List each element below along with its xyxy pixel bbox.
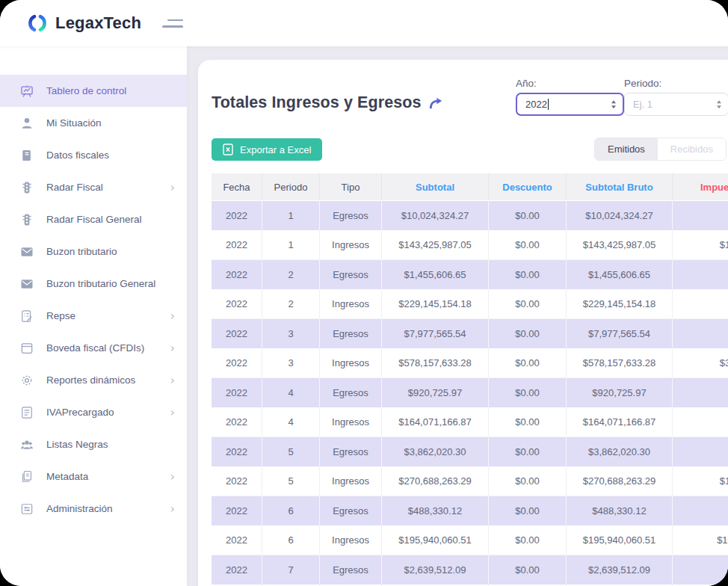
book-icon [19, 148, 34, 163]
cell-subtotal_bruto: $920,725.97 [567, 378, 673, 407]
cell-fecha: 2022 [212, 378, 262, 407]
cell-subtotal: $10,024,324.27 [382, 201, 489, 230]
cell-subtotal: $488,330.12 [382, 496, 489, 525]
cell-tipo: Egresos [320, 496, 382, 525]
envelope-icon [19, 244, 34, 259]
cell-fecha: 2022 [212, 525, 262, 555]
brand: LegaxTech [27, 13, 141, 34]
period-label: Periodo: [624, 78, 728, 89]
sidebar-item-label: Reportes dinámicos [46, 374, 135, 386]
cell-tipo: Egresos [320, 319, 382, 348]
cell-impuestos [673, 260, 728, 289]
period-input[interactable]: Ej. 1 [624, 93, 728, 116]
sidebar-item-buzon-tributario-general[interactable]: Buzon tributario General [0, 268, 187, 300]
column-header-fecha: Fecha [212, 173, 262, 200]
sidebar-item-listas-negras[interactable]: Listas Negras [0, 428, 187, 460]
table-row: 20223Egresos$7,977,565.54$0.00$7,977,565… [212, 319, 728, 348]
sidebar-item-radar-fiscal[interactable]: Radar Fiscal› [0, 171, 187, 203]
cell-descuento: $0.00 [489, 348, 567, 377]
cell-tipo: Egresos [320, 555, 382, 585]
sidebar-item-buzon-tributario[interactable]: Buzon tributario [0, 235, 187, 268]
sidebar-item-reportes-din-micos[interactable]: Reportes dinámicos› [0, 364, 187, 396]
sidebar-item-radar-fiscal-general[interactable]: Radar Fiscal General [0, 203, 187, 235]
year-input[interactable]: 2022 [516, 93, 624, 116]
toggle-recibidos[interactable]: Recibidos [658, 138, 726, 160]
sidebar-item-datos-fiscales[interactable]: Datos fiscales [0, 139, 187, 171]
cell-periodo: 2 [262, 260, 320, 289]
column-header-tipo: Tipo [320, 173, 382, 200]
sidebar-item-administraci-n[interactable]: Administración› [0, 493, 187, 525]
column-header-subtotal: Subtotal [382, 173, 489, 200]
cell-periodo: 1 [262, 201, 320, 230]
cell-tipo: Egresos [320, 437, 382, 466]
cell-impuestos: $1 [673, 230, 728, 259]
sidebar-item-tablero-de-control[interactable]: Tablero de control [0, 75, 187, 107]
table-row: 20224Egresos$920,725.97$0.00$920,725.97 [212, 378, 728, 407]
sidebar-item-repse[interactable]: Repse› [0, 300, 187, 332]
column-header-descuento: Descuento [489, 173, 567, 200]
cell-fecha: 2022 [212, 555, 262, 585]
cell-periodo: 6 [262, 525, 320, 555]
table-row: 20223Ingresos$578,157,633.28$0.00$578,15… [212, 348, 728, 378]
cell-fecha: 2022 [212, 319, 262, 348]
gear-icon [19, 373, 34, 388]
cell-subtotal_bruto: $2,639,512.09 [567, 555, 673, 585]
toggle-emitidos[interactable]: Emitidos [595, 138, 658, 160]
app-window: LegaxTech Tablero de controlMi Situación… [0, 0, 728, 586]
cell-descuento: $0.00 [489, 260, 567, 289]
table-row: 20225Egresos$3,862,020.30$0.00$3,862,020… [212, 437, 728, 466]
brand-name: LegaxTech [55, 13, 141, 33]
cell-descuento: $0.00 [489, 289, 567, 318]
cell-periodo: 6 [262, 496, 320, 525]
cell-subtotal_bruto: $7,977,565.54 [567, 319, 673, 348]
table-row: 20226Egresos$488,330.12$0.00$488,330.12 [212, 496, 728, 525]
sidebar-item-mi-situaci-n[interactable]: Mi Situación [0, 107, 187, 139]
cell-fecha: 2022 [212, 230, 262, 259]
cell-tipo: Ingresos [320, 407, 382, 437]
table-row: 20226Ingresos$195,940,060.51$0.00$195,94… [212, 525, 728, 555]
year-spinner[interactable] [611, 100, 616, 109]
cell-periodo: 3 [262, 319, 320, 348]
cell-tipo: Egresos [320, 378, 382, 407]
cell-impuestos: $10 [673, 525, 728, 555]
sliders-icon [19, 502, 34, 516]
year-filter: Año: 2022 [516, 78, 624, 116]
cell-subtotal: $270,688,263.29 [382, 466, 489, 496]
cell-descuento: $0.00 [489, 496, 567, 525]
sidebar-item-ivaprecargado[interactable]: IVAPrecargado› [0, 396, 187, 428]
page-title-text: Totales Ingresos y Egresos [212, 93, 422, 112]
cell-descuento: $0.00 [489, 525, 567, 555]
cell-fecha: 2022 [212, 437, 262, 466]
cell-subtotal_bruto: $229,145,154.18 [567, 289, 673, 318]
cell-periodo: 3 [262, 348, 320, 377]
cell-tipo: Egresos [320, 260, 382, 289]
cell-subtotal: $164,071,166.87 [382, 407, 489, 437]
period-spinner[interactable] [717, 100, 721, 109]
period-filter: Periodo: Ej. 1 [624, 78, 728, 116]
sidebar-item-label: Radar Fiscal [46, 182, 103, 193]
export-excel-button[interactable]: Exportar a Excel [212, 138, 322, 161]
cell-periodo: 5 [262, 437, 320, 466]
table-row: 20221Egresos$10,024,324.27$0.00$10,024,3… [212, 201, 728, 230]
cell-tipo: Ingresos [320, 525, 382, 555]
chevron-right-icon: › [170, 503, 175, 515]
cell-subtotal: $920,725.97 [382, 378, 489, 407]
table-row: 20222Ingresos$229,145,154.18$0.00$229,14… [212, 289, 728, 319]
year-label: Año: [516, 78, 624, 89]
sidebar-item-metadata[interactable]: Metadata› [0, 460, 187, 493]
cell-tipo: Ingresos [320, 466, 382, 496]
text-cursor [548, 99, 549, 110]
sidebar-item-label: Repse [46, 310, 75, 321]
cell-subtotal: $7,977,565.54 [382, 319, 489, 348]
cell-subtotal: $229,145,154.18 [382, 289, 489, 318]
period-placeholder: Ej. 1 [633, 99, 653, 110]
share-arrow-icon[interactable] [428, 96, 443, 110]
sidebar-item-boveda-fiscal-cfdis-[interactable]: Boveda fiscal (CFDIs)› [0, 332, 187, 364]
sidebar-item-label: Tablero de control [46, 85, 126, 96]
cell-subtotal_bruto: $143,425,987.05 [567, 230, 673, 259]
cell-periodo: 5 [262, 466, 320, 496]
cell-periodo: 1 [262, 230, 320, 259]
list-icon [19, 405, 34, 420]
cell-impuestos [673, 289, 728, 318]
menu-toggle-icon[interactable] [162, 19, 183, 28]
